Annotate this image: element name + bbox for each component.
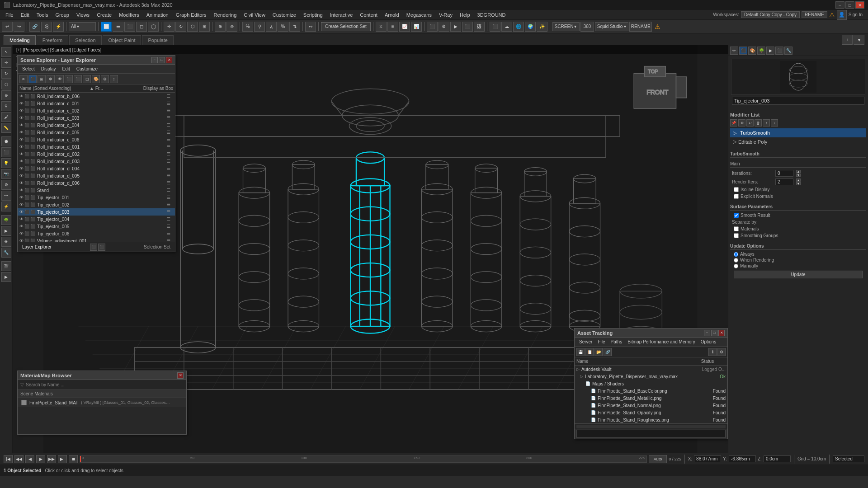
asset-list-item[interactable]: 📄 FinnPipette_Stand_BaseColor.png Found	[575, 387, 727, 394]
render-button[interactable]: ▶	[450, 22, 461, 32]
percent-snap-button[interactable]: %	[278, 22, 288, 32]
a360-render-button[interactable]: ☁	[501, 22, 512, 32]
mat-browser-titlebar[interactable]: Material/Map Browser ✕	[18, 371, 186, 380]
exp-menu-select[interactable]: Select	[19, 66, 38, 72]
rename-button[interactable]: RENAME	[802, 11, 827, 18]
iterations-value[interactable]: 0	[775, 170, 793, 177]
exp-list-item[interactable]: 👁 ⬛ ⬛ Roll_indicator_c_004 ☰	[18, 122, 175, 129]
menu-modifiers[interactable]: Modifiers	[115, 11, 143, 19]
select-rotate-button[interactable]: ↻	[175, 22, 186, 32]
mod-down-btn[interactable]: ↓	[771, 119, 778, 127]
exp-toolbar-hide-btn[interactable]: 👁	[56, 75, 64, 83]
exp-list-item[interactable]: 👁 ⬛ ⬛ Roll_indicator_d_004 ☰	[18, 165, 175, 172]
exp-list-item[interactable]: 👁 ⬛ ⬛ Tip_ejector_005 ☰	[18, 223, 175, 230]
left-display-btn[interactable]: 👁	[1, 237, 11, 247]
tab-menu-button[interactable]: ▾	[854, 35, 864, 45]
y-coord-field[interactable]: -6.865cm	[729, 455, 756, 462]
menu-help[interactable]: Help	[456, 11, 474, 19]
anim-next-frame[interactable]: ▶|	[58, 455, 67, 463]
mod-history-btn[interactable]: ↩	[746, 119, 754, 127]
isoline-checkbox[interactable]	[734, 187, 739, 192]
window-crossing-button[interactable]: ◻	[136, 22, 147, 32]
asset-menu-bitmap[interactable]: Bitmap Performance and Memory	[625, 338, 698, 345]
bind-to-space-warp[interactable]: ⚡	[53, 22, 64, 32]
smooth-result-checkbox[interactable]	[734, 213, 739, 218]
exp-list-item[interactable]: 👁 ⬛ ⬛ Roll_indicator_d_006 ☰	[18, 179, 175, 187]
exp-toolbar-wire-btn[interactable]: ◻	[83, 75, 91, 83]
asset-search-input[interactable]	[576, 430, 726, 438]
scene-explorer-close[interactable]: ✕	[166, 57, 172, 63]
select-object-button[interactable]: ⬜	[101, 22, 112, 32]
mat-item-finnpipette[interactable]: FinnPipette_Stand_MAT ( VRayMtl ) [Glass…	[18, 398, 186, 407]
asset-tb-settings-btn[interactable]: ⚙	[717, 348, 726, 356]
asset-list-item[interactable]: ▷ Laboratory_Pipette_Dispenser_max_vray.…	[575, 373, 727, 380]
auto-key-btn[interactable]: Auto	[649, 455, 667, 463]
footer-btn-1[interactable]: ⬛	[90, 244, 97, 251]
filter-dropdown[interactable]: All ▾	[69, 22, 96, 31]
select-by-name-button[interactable]: ☰	[113, 22, 123, 32]
asset-menu-server[interactable]: Server	[576, 338, 595, 345]
left-cameras-btn[interactable]: 📷	[1, 169, 11, 179]
rp-btn4[interactable]: 🌳	[757, 47, 765, 55]
explicit-normals-checkbox[interactable]	[734, 194, 739, 199]
exp-list-item[interactable]: 👁 ⬛ ⬛ Roll_indicator_d_003 ☰	[18, 158, 175, 165]
reference-coord-button[interactable]: ⊕	[215, 22, 226, 32]
left-spacewarps-btn[interactable]: 〜	[1, 191, 11, 201]
exp-toolbar-material-btn[interactable]: 🎨	[92, 75, 100, 83]
link-button[interactable]: 🔗	[29, 22, 40, 32]
environment-button[interactable]: 🌍	[525, 22, 536, 32]
user-account-button[interactable]: 👤	[837, 10, 847, 20]
mod-up-btn[interactable]: ↑	[763, 119, 770, 127]
exp-list-item[interactable]: 👁 ⬛ ⬛ Tip_ejector_006 ☰	[18, 230, 175, 237]
footer-btn-2[interactable]: ⬛	[98, 244, 105, 251]
menu-animation[interactable]: Animation	[143, 11, 172, 19]
menu-tools[interactable]: Tools	[33, 11, 52, 19]
tab-populate[interactable]: Populate	[142, 35, 173, 45]
z-coord-field[interactable]: 0.0cm	[764, 455, 791, 462]
scene-explorer-restore[interactable]: □	[159, 57, 165, 63]
anim-play-back[interactable]: ◀	[25, 455, 34, 463]
exp-menu-customize[interactable]: Customize	[74, 66, 100, 72]
tab-selection[interactable]: Selection	[69, 35, 101, 45]
always-radio[interactable]	[734, 252, 738, 257]
left-render-btn[interactable]: ▶	[1, 272, 11, 282]
asset-menu-file[interactable]: File	[595, 338, 608, 345]
rp-btn1[interactable]: ✏	[730, 47, 738, 55]
exp-list-item[interactable]: 👁 ⬛ ⬛ Volume_adjustment_001 ☰	[18, 237, 175, 242]
anim-prev-key[interactable]: ◀◀	[14, 455, 24, 463]
asset-scrollbar[interactable]	[575, 423, 727, 429]
material-editor-button[interactable]: ⬛	[427, 22, 438, 32]
anim-prev-frame[interactable]: |◀	[4, 455, 13, 463]
menu-group[interactable]: Group	[52, 11, 73, 19]
left-place-btn[interactable]: ⊕	[1, 90, 11, 100]
curve-editor-button[interactable]: 📈	[399, 22, 410, 32]
mod-delete-btn[interactable]: 🗑	[755, 119, 762, 127]
left-rotate-btn[interactable]: ↻	[1, 69, 11, 79]
anim-next-key[interactable]: ▶▶	[47, 455, 56, 463]
asset-tb-btn2[interactable]: 📋	[585, 348, 594, 356]
menu-vray[interactable]: V-Ray	[435, 11, 456, 19]
lasso-select-button[interactable]: ◯	[148, 22, 159, 32]
exp-list-item[interactable]: 👁 ⬛ ⬛ Roll_indicator_c_003 ☰	[18, 114, 175, 122]
always-row[interactable]: Always	[730, 251, 866, 257]
effects-button[interactable]: ✨	[537, 22, 547, 32]
menu-arnold[interactable]: Arnold	[381, 11, 403, 19]
viewport-header[interactable]: [+] [Perspective] [Standard] [Edged Face…	[13, 45, 728, 54]
exp-toolbar-close-btn[interactable]: ✕	[19, 75, 28, 83]
menu-views[interactable]: Views	[73, 11, 93, 19]
asset-list-item[interactable]: 📄 FinnPipette_Stand_Normal.png Found	[575, 402, 727, 409]
render-iters-down[interactable]: ▼	[796, 182, 801, 185]
anim-stop[interactable]: ⏹	[69, 455, 78, 463]
left-geometry-btn[interactable]: ⬛	[1, 147, 11, 157]
footer-layer-explorer[interactable]: Layer Explorer	[20, 244, 53, 249]
layer-button[interactable]: ≡	[387, 22, 398, 32]
modifier-editable-poly[interactable]: ▷ Editable Poly	[730, 137, 866, 146]
asset-tracking-minimize[interactable]: −	[704, 330, 710, 336]
exp-list-item[interactable]: 👁 ⬛ ⬛ Tip_ejector_004 ☰	[18, 216, 175, 223]
iterations-up[interactable]: ▲	[796, 170, 801, 173]
spinner-snap-button[interactable]: ⇅	[289, 22, 300, 32]
anim-play-fwd[interactable]: ▶	[36, 455, 45, 463]
smoothing-groups-checkbox[interactable]	[734, 233, 739, 238]
manually-row[interactable]: Manually	[730, 263, 866, 269]
rp-btn3[interactable]: 🎨	[748, 47, 756, 55]
